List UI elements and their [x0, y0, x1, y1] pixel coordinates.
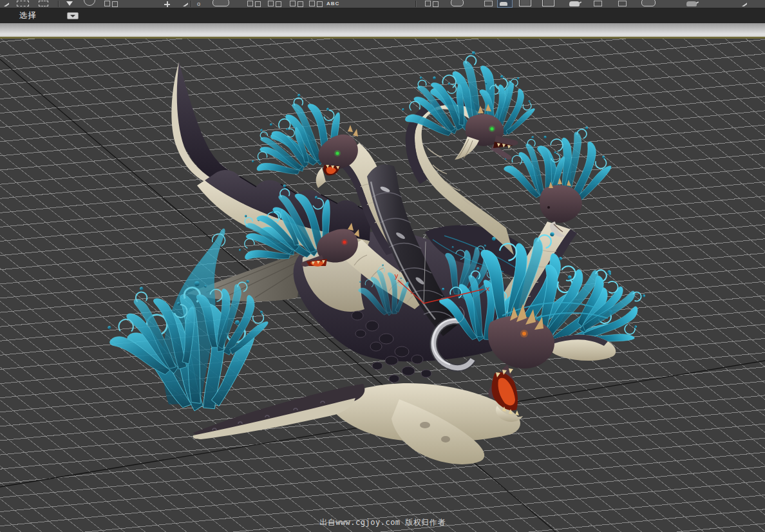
render-setup-icon[interactable] [519, 0, 531, 6]
gizmo-y-label: y [394, 272, 399, 280]
lasso-selection-region-icon[interactable] [39, 1, 48, 6]
toolbar-separator [58, 1, 59, 7]
gizmo-z-label: z [422, 232, 427, 240]
toolbar-separator [415, 1, 417, 7]
select-object-icon[interactable] [3, 1, 9, 6]
hydra-model[interactable] [93, 46, 662, 464]
material-editor-icon[interactable] [497, 0, 513, 8]
angle-snap-toggle-icon[interactable] [309, 1, 315, 6]
rectangular-selection-region-icon[interactable] [17, 1, 29, 6]
curve-editor-icon[interactable] [618, 1, 627, 6]
render-iterative-icon[interactable] [594, 1, 602, 6]
selection-dropdown-button[interactable] [67, 12, 79, 19]
perspective-viewport[interactable]: z y x 出自www.cgjoy.com 版权归作者 [0, 39, 765, 532]
help-icon[interactable] [741, 1, 747, 6]
snap-corner-icon[interactable] [182, 1, 188, 6]
gizmo-x-label: x [486, 285, 490, 293]
select-by-name-icon[interactable] [66, 1, 73, 6]
selection-region-circle-icon[interactable] [84, 0, 95, 6]
main-toolbar: o ABC [0, 0, 765, 8]
window-crossing-toggle-icon[interactable] [104, 1, 110, 6]
scene-canvas: z y x [0, 39, 765, 532]
tab-select[interactable]: 选择 [19, 8, 37, 23]
align-icon[interactable] [451, 0, 464, 6]
select-and-manipulate-icon[interactable] [268, 1, 274, 6]
use-pivot-point-icon[interactable] [247, 1, 253, 6]
application-window: o ABC 选择 [0, 0, 765, 532]
watermark-text: 出自www.cgjoy.com 版权归作者 [319, 517, 446, 528]
toolbar-separator [191, 1, 192, 7]
select-and-rotate-icon[interactable]: o [197, 1, 200, 7]
mirror-icon[interactable] [425, 1, 431, 6]
toolbar-icon[interactable] [686, 1, 697, 6]
select-and-move-icon[interactable] [164, 1, 170, 7]
named-selection-set-field[interactable]: ABC [326, 1, 339, 6]
ribbon-tab-bar: 选择 [0, 8, 765, 23]
ribbon-bar-collapsed[interactable] [0, 23, 765, 37]
schematic-view-icon[interactable] [641, 0, 656, 6]
reference-coordinate-dropdown[interactable] [212, 0, 229, 6]
rendered-frame-window-icon[interactable] [542, 0, 554, 6]
render-production-icon[interactable] [569, 1, 580, 6]
snap-toggle-icon[interactable] [290, 1, 296, 6]
layer-manager-icon[interactable] [484, 1, 493, 6]
